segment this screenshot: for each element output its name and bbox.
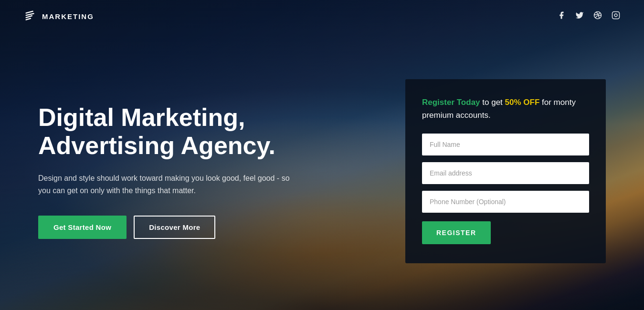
twitter-icon[interactable]	[575, 11, 584, 22]
register-button[interactable]: REGISTER	[422, 221, 491, 244]
dribbble-icon[interactable]	[593, 11, 602, 22]
full-name-input[interactable]	[422, 134, 589, 155]
navbar: MARKETING	[0, 0, 644, 32]
reg-title: Register Today to get 50% OFF for monty …	[422, 96, 589, 122]
logo: MARKETING	[24, 10, 94, 23]
reg-title-register: Register Today	[422, 98, 480, 107]
get-started-button[interactable]: Get Started Now	[38, 216, 127, 239]
logo-icon	[24, 10, 37, 23]
hero-subtext: Design and style should work toward maki…	[38, 172, 296, 196]
svg-rect-5	[612, 11, 620, 19]
hero-heading: Digital Marketing,Advertising Agency.	[38, 103, 296, 161]
registration-form: REGISTER	[422, 134, 589, 244]
hero-text-block: Digital Marketing,Advertising Agency. De…	[38, 103, 296, 239]
facebook-icon[interactable]	[557, 11, 566, 22]
registration-card: Register Today to get 50% OFF for monty …	[405, 79, 606, 263]
discover-more-button[interactable]: Discover More	[134, 216, 215, 239]
email-input[interactable]	[422, 162, 589, 184]
svg-line-2	[26, 16, 32, 18]
cta-buttons: Get Started Now Discover More	[38, 216, 296, 239]
svg-line-0	[26, 11, 33, 13]
phone-input[interactable]	[422, 191, 589, 213]
social-links	[557, 11, 620, 22]
reg-title-to-get: to get	[480, 98, 505, 107]
main-content: Digital Marketing,Advertising Agency. De…	[0, 32, 644, 310]
logo-text: MARKETING	[42, 12, 94, 21]
reg-title-discount: 50% OFF	[505, 98, 540, 107]
hero-section: MARKETING Digital Marketing,Advertising …	[0, 0, 644, 310]
svg-line-1	[26, 13, 34, 15]
instagram-icon[interactable]	[612, 11, 620, 22]
svg-line-3	[26, 19, 31, 20]
